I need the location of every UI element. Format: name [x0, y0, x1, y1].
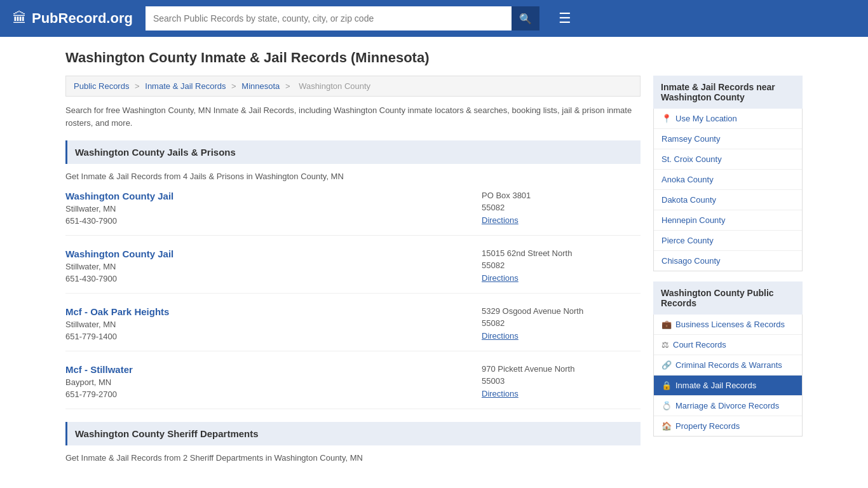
county-name: Hennepin County: [661, 215, 725, 225]
record-zip: 55003: [482, 376, 641, 386]
jail-entry: Mcf - Stillwater Bayport, MN 651-779-270…: [65, 364, 641, 409]
nearby-section: Inmate & Jail Records near Washington Co…: [653, 76, 803, 271]
public-record-item[interactable]: 💍 Marriage & Divorce Records: [654, 396, 802, 416]
nearby-county-item[interactable]: Ramsey County: [654, 129, 802, 149]
jails-section-description: Get Inmate & Jail Records from 4 Jails &…: [65, 172, 641, 181]
county-name: Anoka County: [661, 175, 714, 184]
record-type-icon: 💍: [661, 401, 672, 410]
record-type-label: Property Records: [675, 421, 740, 431]
page-container: Washington County Inmate & Jail Records …: [53, 37, 815, 485]
nearby-county-item[interactable]: Anoka County: [654, 170, 802, 190]
record-name[interactable]: Washington County Jail: [65, 191, 469, 201]
record-right: 5329 Osgood Avenue North 55082 Direction…: [482, 306, 641, 341]
record-left: Mcf - Oak Park Heights Stillwater, MN 65…: [65, 306, 469, 341]
jails-section-header: Washington County Jails & Prisons: [65, 140, 641, 164]
county-name: Pierce County: [661, 236, 714, 245]
record-zip: 55082: [482, 318, 641, 328]
directions-link[interactable]: Directions: [482, 389, 519, 398]
record-type-icon: 🔒: [661, 381, 672, 390]
public-record-item[interactable]: 🔒 Inmate & Jail Records: [654, 376, 802, 396]
public-record-item[interactable]: 🔗 Criminal Records & Warrants: [654, 355, 802, 376]
public-records-items: 💼 Business Licenses & Records ⚖ Court Re…: [653, 315, 803, 437]
nearby-counties-list: Ramsey CountySt. Croix CountyAnoka Count…: [654, 129, 802, 271]
nearby-section-title: Inmate & Jail Records near Washington Co…: [653, 76, 803, 109]
record-phone: 651-779-2700: [65, 390, 469, 399]
jail-entries-container: Washington County Jail Stillwater, MN 65…: [65, 191, 641, 409]
record-left: Mcf - Stillwater Bayport, MN 651-779-270…: [65, 364, 469, 399]
county-name: St. Croix County: [661, 154, 722, 164]
record-city: Stillwater, MN: [65, 204, 469, 214]
record-type-icon: ⚖: [661, 340, 669, 349]
search-bar: 🔍: [146, 6, 539, 30]
county-name: Dakota County: [661, 195, 716, 205]
county-name: Chisago County: [661, 256, 721, 266]
record-city: Stillwater, MN: [65, 262, 469, 271]
sidebar: Inmate & Jail Records near Washington Co…: [653, 76, 803, 472]
record-type-icon: 🏠: [661, 421, 672, 431]
record-address: 5329 Osgood Avenue North: [482, 306, 641, 316]
breadcrumb-minnesota[interactable]: Minnesota: [241, 81, 280, 91]
search-input[interactable]: [146, 6, 512, 30]
directions-link[interactable]: Directions: [482, 215, 519, 225]
use-location-item[interactable]: 📍 Use My Location: [654, 109, 802, 129]
record-city: Stillwater, MN: [65, 320, 469, 329]
record-type-label: Marriage & Divorce Records: [675, 401, 779, 410]
sheriff-section-header: Washington County Sheriff Departments: [65, 422, 641, 445]
breadcrumb-sep1: >: [135, 81, 142, 91]
jail-entry: Washington County Jail Stillwater, MN 65…: [65, 191, 641, 236]
breadcrumb-inmate-records[interactable]: Inmate & Jail Records: [145, 81, 226, 91]
main-content: Public Records > Inmate & Jail Records >…: [65, 76, 641, 472]
directions-link[interactable]: Directions: [482, 331, 519, 341]
nearby-county-item[interactable]: St. Croix County: [654, 149, 802, 170]
record-name[interactable]: Washington County Jail: [65, 248, 469, 259]
sheriff-section-description: Get Inmate & Jail Records from 2 Sheriff…: [65, 453, 641, 463]
public-record-item[interactable]: 🏠 Property Records: [654, 416, 802, 436]
record-phone: 651-430-7900: [65, 274, 469, 283]
record-type-icon: 💼: [661, 320, 672, 329]
nearby-items: 📍 Use My Location Ramsey CountySt. Croix…: [653, 109, 803, 271]
record-name[interactable]: Mcf - Stillwater: [65, 364, 469, 375]
breadcrumb-sep3: >: [285, 81, 292, 91]
record-name[interactable]: Mcf - Oak Park Heights: [65, 306, 469, 317]
jail-entry: Mcf - Oak Park Heights Stillwater, MN 65…: [65, 306, 641, 351]
site-header: 🏛 PubRecord.org 🔍 ☰: [0, 0, 868, 37]
location-icon: 📍: [661, 114, 672, 123]
record-type-label: Business Licenses & Records: [675, 320, 785, 329]
logo-icon: 🏛: [13, 10, 27, 27]
record-right: PO Box 3801 55082 Directions: [482, 191, 641, 226]
nearby-county-item[interactable]: Pierce County: [654, 231, 802, 251]
record-type-label: Inmate & Jail Records: [675, 381, 756, 390]
breadcrumb: Public Records > Inmate & Jail Records >…: [65, 76, 641, 97]
public-record-item[interactable]: ⚖ Court Records: [654, 335, 802, 355]
record-phone: 651-430-7900: [65, 216, 469, 226]
record-phone: 651-779-1400: [65, 332, 469, 341]
public-records-section: Washington County Public Records 💼 Busin…: [653, 281, 803, 437]
page-title: Washington County Inmate & Jail Records …: [65, 50, 803, 66]
record-right: 970 Pickett Avenue North 55003 Direction…: [482, 364, 641, 399]
record-zip: 55082: [482, 203, 641, 212]
record-zip: 55082: [482, 261, 641, 270]
record-left: Washington County Jail Stillwater, MN 65…: [65, 191, 469, 226]
directions-link[interactable]: Directions: [482, 273, 519, 283]
nearby-county-item[interactable]: Dakota County: [654, 190, 802, 210]
county-name: Ramsey County: [661, 134, 720, 144]
record-address: PO Box 3801: [482, 191, 641, 200]
page-description: Search for free Washington County, MN In…: [65, 104, 641, 129]
search-button[interactable]: 🔍: [512, 6, 539, 30]
breadcrumb-washington-county: Washington County: [299, 81, 370, 91]
main-layout: Public Records > Inmate & Jail Records >…: [65, 76, 803, 472]
record-type-icon: 🔗: [661, 360, 672, 370]
record-address: 15015 62nd Street North: [482, 248, 641, 258]
logo[interactable]: 🏛 PubRecord.org: [13, 10, 133, 27]
breadcrumb-sep2: >: [231, 81, 238, 91]
menu-button[interactable]: ☰: [559, 10, 571, 27]
public-record-item[interactable]: 💼 Business Licenses & Records: [654, 315, 802, 335]
record-type-label: Court Records: [673, 340, 726, 349]
nearby-county-item[interactable]: Chisago County: [654, 251, 802, 271]
nearby-county-item[interactable]: Hennepin County: [654, 210, 802, 231]
record-address: 970 Pickett Avenue North: [482, 364, 641, 374]
record-city: Bayport, MN: [65, 377, 469, 387]
record-type-label: Criminal Records & Warrants: [675, 360, 782, 370]
breadcrumb-public-records[interactable]: Public Records: [74, 81, 129, 91]
public-records-title: Washington County Public Records: [653, 281, 803, 315]
